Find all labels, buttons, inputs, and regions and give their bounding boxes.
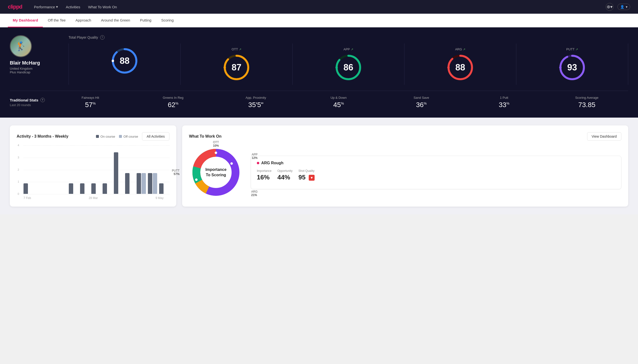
metric-shot-quality: Shot Quality 95 ▼ [298, 169, 315, 181]
user-menu-button[interactable]: 👤 ▾ [617, 4, 630, 10]
stat-greens-in-reg: Greens In Reg 62% [132, 96, 215, 109]
oncourse-dot [96, 135, 99, 138]
bar-chart-wrapper: 4 3 2 1 0 7 Feb 28 Mar 9 May [17, 146, 169, 200]
bar-oncourse [24, 183, 28, 194]
bar-group [159, 183, 169, 194]
stat-value-updown: 45% [333, 101, 344, 109]
bar-group [80, 183, 90, 194]
player-handicap: Plus Handicap [10, 70, 30, 74]
svg-point-8 [335, 66, 338, 69]
chevron-down-icon: ▾ [56, 5, 58, 9]
svg-point-20 [230, 162, 233, 165]
app-circle: 86 [335, 54, 362, 81]
scores-title: Total Player Quality ? [69, 35, 628, 40]
bar-offcourse [153, 173, 157, 194]
view-dashboard-button[interactable]: View Dashboard [587, 132, 621, 140]
top-navigation: clippd Performance ▾ Activities What To … [0, 0, 638, 14]
tabs-bar: My Dashboard Off the Tee Approach Around… [0, 14, 638, 28]
player-name: Blair McHarg [10, 60, 40, 66]
bars-container [24, 148, 169, 194]
grid-label-3: 3 [18, 156, 19, 159]
ott-trend: ↗ [239, 48, 241, 51]
overall-circle: 88 [111, 48, 138, 74]
bar-oncourse [159, 183, 163, 194]
score-putt: PUTT ↗ 93 [516, 44, 628, 85]
score-overall: 88 [69, 44, 181, 85]
tab-around-the-green[interactable]: Around the Green [96, 14, 135, 28]
what-card-title: What To Work On [189, 134, 222, 138]
bar-chart: 4 3 2 1 0 [24, 146, 169, 194]
score-arg: ARG ↗ 88 [404, 44, 516, 85]
bar-oncourse [91, 183, 96, 194]
help-icon[interactable]: ? [100, 35, 105, 40]
donut-label-putt: PUTT57% [172, 169, 179, 176]
bar-group [24, 183, 34, 194]
tab-putting[interactable]: Putting [135, 14, 156, 28]
nav-activities[interactable]: Activities [66, 1, 80, 13]
dropdown-arrow: ▾ [610, 4, 612, 10]
player-info: 🏌️ Blair McHarg United Kingdom Plus Hand… [10, 35, 59, 74]
stat-value-greens: 62% [168, 101, 178, 109]
tab-approach[interactable]: Approach [71, 14, 96, 28]
arg-label: ARG ↗ [455, 48, 465, 51]
app-label: APP ↗ [343, 48, 353, 51]
svg-point-21 [195, 178, 197, 181]
bar-oncourse [69, 183, 73, 194]
activity-chart-title: Activity - 3 Months - Weekly [17, 134, 68, 138]
arg-circle: 88 [447, 54, 474, 81]
tab-scoring[interactable]: Scoring [156, 14, 178, 28]
nav-performance[interactable]: Performance ▾ [34, 1, 58, 13]
stats-subtitle: Last 20 rounds [10, 103, 49, 107]
stat-value-sand: 36% [416, 101, 427, 109]
stat-scoring-average: Scoring Average 73.85 [545, 96, 628, 109]
bar-group [125, 173, 135, 194]
bar-oncourse [114, 152, 118, 194]
traditional-stats: Traditional Stats ? Last 20 rounds Fairw… [10, 91, 628, 110]
putt-label: PUTT ↗ [566, 48, 578, 51]
all-activities-button[interactable]: All Activities [142, 132, 169, 140]
scores-grid: 88 OTT ↗ 87 [69, 44, 628, 85]
grid-label-4: 4 [18, 144, 19, 147]
stat-up-down: Up & Down 45% [297, 96, 380, 109]
ott-label: OTT ↗ [232, 48, 241, 51]
ott-circle: 87 [223, 54, 250, 81]
bar-offcourse [141, 173, 146, 194]
grid-label-1: 1 [18, 180, 19, 183]
donut-section: OTT10% APP12% ARG21% PUTT57% [189, 146, 621, 199]
tab-my-dashboard[interactable]: My Dashboard [8, 14, 43, 28]
stats-help-icon[interactable]: ? [40, 98, 45, 102]
svg-point-5 [224, 66, 226, 69]
putt-trend: ↗ [576, 48, 578, 51]
donut-chart: Importance To Scoring [189, 146, 243, 199]
score-ott: OTT ↗ 87 [181, 44, 293, 85]
putt-circle: 93 [559, 54, 586, 81]
stat-sand-save: Sand Save 36% [380, 96, 463, 109]
bar-group [103, 183, 113, 194]
info-metrics: Importance 16% Opportunity 44% Shot Qual… [257, 169, 615, 181]
x-axis: 7 Feb 28 Mar 9 May [24, 194, 169, 200]
svg-point-19 [215, 152, 217, 154]
chart-legend: On course Off course [96, 135, 138, 138]
activity-card-header: Activity - 3 Months - Weekly On course O… [17, 132, 169, 140]
stat-value-scoring: 73.85 [578, 101, 595, 109]
bar-oncourse [80, 183, 84, 194]
grid-label-2: 2 [18, 168, 19, 171]
donut-wrapper: OTT10% APP12% ARG21% PUTT57% [189, 146, 243, 199]
stat-fairways-hit: Fairways Hit 57% [49, 96, 132, 109]
scores-section: Total Player Quality ? 88 [69, 35, 628, 85]
hero-section: 🏌️ Blair McHarg United Kingdom Plus Hand… [0, 28, 638, 118]
nav-what-to-work-on[interactable]: What To Work On [88, 1, 117, 13]
tab-off-the-tee[interactable]: Off the Tee [43, 14, 71, 28]
bar-group [137, 173, 147, 194]
user-icon: 👤 [620, 5, 624, 9]
donut-label-app: APP12% [252, 153, 258, 160]
donut-center: Importance To Scoring [205, 167, 227, 178]
add-button[interactable]: ⊕ ▾ [606, 3, 613, 11]
info-card: ARG Rough Importance 16% Opportunity 44%… [251, 156, 621, 189]
bar-oncourse [125, 173, 129, 194]
bottom-section: Activity - 3 Months - Weekly On course O… [0, 118, 638, 214]
bar-group [46, 193, 56, 194]
chevron-down-icon: ▾ [626, 5, 627, 9]
bar-group [114, 152, 124, 194]
bar-oncourse [103, 183, 107, 194]
